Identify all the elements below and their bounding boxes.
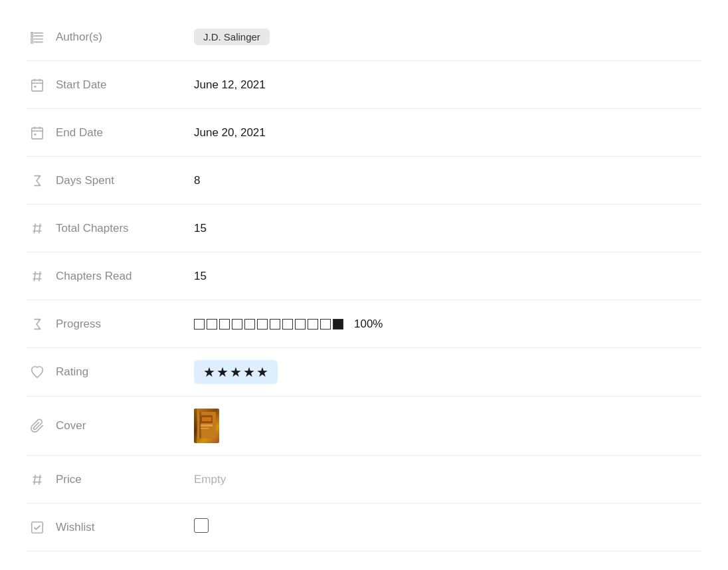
price-label: Price xyxy=(48,473,194,486)
svg-line-36 xyxy=(39,474,41,484)
cover-value[interactable] xyxy=(194,409,701,443)
author-value[interactable]: J.D. Salinger xyxy=(194,29,701,45)
star-2: ★ xyxy=(217,364,228,380)
total-chapters-value[interactable]: 15 xyxy=(194,222,701,235)
svg-rect-13 xyxy=(34,85,36,87)
svg-rect-14 xyxy=(32,128,43,139)
svg-line-21 xyxy=(34,223,35,233)
paperclip-icon xyxy=(27,419,48,433)
svg-rect-30 xyxy=(201,425,213,427)
star-4: ★ xyxy=(243,364,255,380)
sigma-progress-icon xyxy=(27,317,48,332)
hash-read-icon xyxy=(27,269,48,284)
svg-line-26 xyxy=(39,271,41,281)
cover-row: Cover xyxy=(27,397,701,456)
start-date-row: Start Date June 12, 2021 xyxy=(27,61,701,109)
chapters-read-value[interactable]: 15 xyxy=(194,270,701,283)
wishlist-checkbox[interactable] xyxy=(194,518,209,533)
sq-10 xyxy=(308,319,318,330)
wishlist-row: Wishlist xyxy=(27,504,701,551)
start-date-value[interactable]: June 12, 2021 xyxy=(194,78,701,92)
sq-6 xyxy=(257,319,268,330)
book-cover-inner xyxy=(195,409,219,443)
progress-value: 100% xyxy=(194,318,701,331)
calendar-start-icon xyxy=(27,78,48,92)
sq-8 xyxy=(282,319,293,330)
svg-line-22 xyxy=(39,223,41,233)
price-value[interactable]: Empty xyxy=(194,473,701,486)
start-date-label: Start Date xyxy=(48,78,194,92)
author-tag: J.D. Salinger xyxy=(194,29,270,45)
list-icon xyxy=(27,30,48,45)
price-row: Price Empty xyxy=(27,456,701,504)
sigma-days-icon xyxy=(27,173,48,188)
progress-squares xyxy=(194,319,343,330)
rating-value[interactable]: ★ ★ ★ ★ ★ xyxy=(194,360,701,384)
progress-label: Progress xyxy=(48,318,194,331)
cover-label: Cover xyxy=(48,419,194,432)
sq-12 xyxy=(333,319,343,330)
chapters-read-row: Chapters Read 15 xyxy=(27,252,701,300)
days-spent-row: Days Spent 8 xyxy=(27,157,701,205)
sq-7 xyxy=(270,319,280,330)
svg-line-25 xyxy=(34,271,35,281)
end-date-label: End Date xyxy=(48,126,194,140)
days-spent-label: Days Spent xyxy=(48,174,194,187)
sq-9 xyxy=(295,319,306,330)
hash-price-icon xyxy=(27,472,48,487)
svg-rect-9 xyxy=(32,80,43,91)
wishlist-label: Wishlist xyxy=(48,521,194,534)
rating-label: Rating xyxy=(48,365,194,379)
hash-total-icon xyxy=(27,221,48,236)
author-label: Author(s) xyxy=(48,31,194,44)
sq-5 xyxy=(244,319,255,330)
rating-row: Rating ★ ★ ★ ★ ★ xyxy=(27,348,701,397)
total-chapters-label: Total Chapters xyxy=(48,222,194,235)
progress-percent: 100% xyxy=(354,318,383,331)
sq-1 xyxy=(194,319,205,330)
rating-badge[interactable]: ★ ★ ★ ★ ★ xyxy=(194,360,278,384)
sq-4 xyxy=(232,319,242,330)
checkbox-icon xyxy=(27,520,48,535)
days-spent-value[interactable]: 8 xyxy=(194,174,701,187)
sq-2 xyxy=(207,319,217,330)
svg-rect-31 xyxy=(201,428,209,429)
calendar-end-icon xyxy=(27,126,48,140)
heart-icon xyxy=(27,365,48,379)
progress-container: 100% xyxy=(194,318,701,331)
svg-rect-7 xyxy=(31,38,33,40)
svg-rect-32 xyxy=(202,417,211,421)
total-chapters-row: Total Chapters 15 xyxy=(27,205,701,252)
book-cover-image xyxy=(194,409,219,443)
svg-rect-8 xyxy=(31,41,33,43)
progress-row: Progress 100% xyxy=(27,300,701,348)
star-3: ★ xyxy=(230,364,242,380)
svg-rect-6 xyxy=(31,35,33,37)
sq-3 xyxy=(219,319,230,330)
star-5: ★ xyxy=(256,364,268,380)
author-row: Author(s) J.D. Salinger xyxy=(27,13,701,61)
chapters-read-label: Chapters Read xyxy=(48,270,194,283)
end-date-row: End Date June 20, 2021 xyxy=(27,109,701,157)
star-1: ★ xyxy=(203,364,215,380)
end-date-value[interactable]: June 20, 2021 xyxy=(194,126,701,140)
price-empty: Empty xyxy=(194,473,226,486)
svg-rect-18 xyxy=(34,133,36,135)
wishlist-value[interactable] xyxy=(194,518,701,536)
svg-line-35 xyxy=(34,474,35,484)
sq-11 xyxy=(320,319,331,330)
